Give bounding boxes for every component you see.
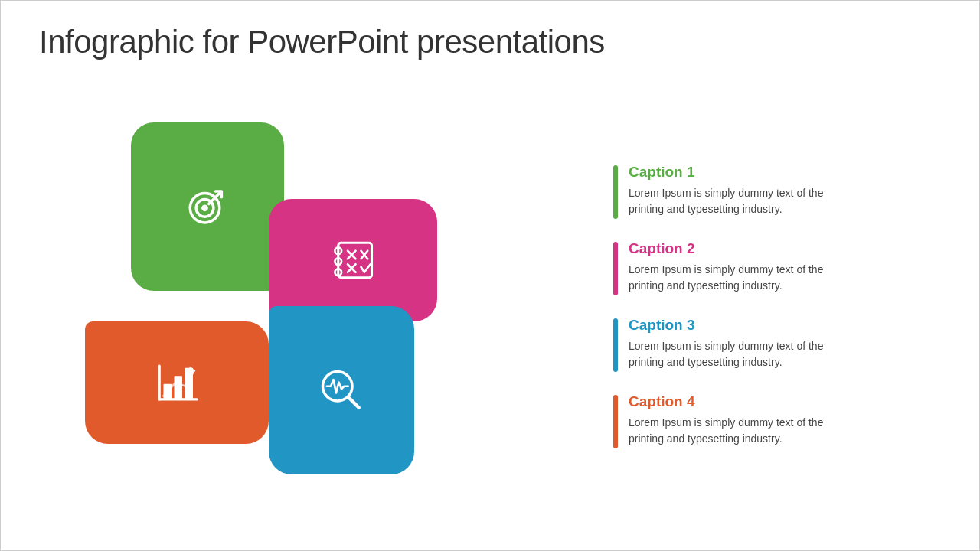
search-analysis-icon: [315, 364, 368, 417]
tile-chart: [85, 321, 269, 444]
tile-target: [131, 122, 284, 291]
content-area: Caption 1 Lorem Ipsum is simply dummy te…: [39, 83, 942, 529]
caption-title-3: Caption 3: [629, 317, 858, 334]
caption-text-3: Caption 3 Lorem Ipsum is simply dummy te…: [629, 317, 858, 370]
caption-item-2: Caption 2 Lorem Ipsum is simply dummy te…: [613, 240, 920, 295]
page-title: Infographic for PowerPoint presentations: [39, 24, 942, 60]
caption-item-3: Caption 3 Lorem Ipsum is simply dummy te…: [613, 317, 920, 372]
caption-body-2: Lorem Ipsum is simply dummy text of the …: [629, 262, 858, 294]
caption-body-3: Lorem Ipsum is simply dummy text of the …: [629, 338, 858, 370]
caption-bar-1: [613, 165, 618, 219]
target-icon: [181, 180, 234, 233]
caption-bar-4: [613, 395, 618, 448]
caption-title-4: Caption 4: [629, 393, 858, 410]
caption-title-2: Caption 2: [629, 240, 858, 257]
svg-rect-17: [175, 376, 183, 399]
tiles-container: [85, 122, 483, 490]
caption-bar-3: [613, 318, 618, 372]
svg-point-2: [201, 204, 208, 211]
tile-search: [269, 306, 414, 474]
caption-body-1: Lorem Ipsum is simply dummy text of the …: [629, 185, 858, 217]
caption-text-4: Caption 4 Lorem Ipsum is simply dummy te…: [629, 393, 858, 447]
tile-strategy: [269, 199, 437, 321]
caption-text-2: Caption 2 Lorem Ipsum is simply dummy te…: [629, 240, 858, 294]
caption-bar-2: [613, 242, 618, 295]
strategy-icon: [326, 233, 380, 287]
svg-line-20: [348, 397, 359, 408]
caption-item-1: Caption 1 Lorem Ipsum is simply dummy te…: [613, 164, 920, 219]
caption-item-4: Caption 4 Lorem Ipsum is simply dummy te…: [613, 393, 920, 448]
caption-body-4: Lorem Ipsum is simply dummy text of the …: [629, 415, 858, 447]
caption-text-1: Caption 1 Lorem Ipsum is simply dummy te…: [629, 164, 858, 217]
slide: Infographic for PowerPoint presentations: [1, 1, 980, 551]
chart-icon: [150, 356, 204, 409]
captions-list: Caption 1 Lorem Ipsum is simply dummy te…: [613, 164, 920, 448]
caption-title-1: Caption 1: [629, 164, 858, 181]
